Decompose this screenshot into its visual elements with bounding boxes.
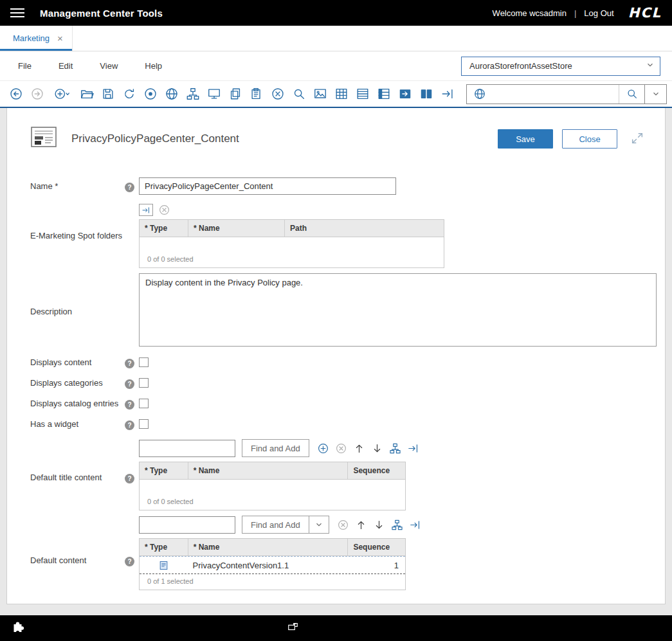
move-up-button[interactable] xyxy=(355,519,367,531)
new-button[interactable] xyxy=(48,83,76,105)
column-header-name[interactable]: * Name xyxy=(188,220,284,237)
save-toolbar-button[interactable] xyxy=(97,83,118,105)
open-selected-button[interactable] xyxy=(409,519,421,531)
open-selected-button[interactable] xyxy=(407,442,419,455)
displays-content-checkbox[interactable] xyxy=(139,357,149,367)
record-icon xyxy=(143,87,158,101)
arrow-to-bracket-icon xyxy=(141,206,150,215)
column-header-type[interactable]: * Type xyxy=(140,539,188,555)
column-header-name[interactable]: * Name xyxy=(188,539,348,555)
help-icon[interactable]: ? xyxy=(125,474,134,483)
column-view-button[interactable] xyxy=(373,83,394,105)
displays-catalog-entries-checkbox[interactable] xyxy=(139,399,149,408)
column-header-sequence[interactable]: Sequence xyxy=(347,539,405,555)
tab-marketing[interactable]: Marketing × xyxy=(0,26,73,51)
help-icon[interactable]: ? xyxy=(125,557,134,566)
logout-link[interactable]: Log Out xyxy=(584,8,613,18)
help-icon[interactable]: ? xyxy=(125,359,134,368)
search-options-dropdown-button[interactable] xyxy=(644,85,666,104)
record-button[interactable] xyxy=(140,83,161,105)
swap-panel-button[interactable] xyxy=(394,83,415,105)
split-view-button[interactable] xyxy=(415,83,437,105)
help-icon[interactable]: ? xyxy=(125,420,134,430)
find-button[interactable] xyxy=(288,83,309,105)
x-circle-icon xyxy=(271,87,285,101)
main-toolbar xyxy=(0,80,672,108)
column-header-type[interactable]: * Type xyxy=(140,462,188,479)
menu-file[interactable]: File xyxy=(12,57,45,75)
help-icon[interactable]: ? xyxy=(125,379,134,389)
emspot-folders-row: E-Marketing Spot folders * Type xyxy=(7,204,665,268)
content-sequence-cell: 1 xyxy=(347,561,405,570)
hierarchy-button[interactable] xyxy=(182,83,203,105)
top-app-bar: Management Center Tools Welcome wcsadmin… xyxy=(0,0,672,26)
find-and-add-dropdown-button[interactable] xyxy=(309,516,329,534)
displays-content-label: Displays content xyxy=(30,357,125,367)
web-activity-button[interactable] xyxy=(161,83,182,105)
close-button[interactable]: Close xyxy=(562,129,617,149)
expand-panel-button[interactable] xyxy=(630,131,644,147)
table-header-row: * Type * Name Sequence xyxy=(140,462,405,480)
grid-view-button[interactable] xyxy=(331,83,352,105)
arrow-down-icon xyxy=(373,519,385,531)
save-button[interactable]: Save xyxy=(498,129,553,149)
tab-close-icon[interactable]: × xyxy=(57,33,63,43)
back-button[interactable] xyxy=(5,83,26,105)
store-selector-dropdown[interactable]: AuroraStorefrontAssetStore xyxy=(461,57,660,76)
tab-marketing-label: Marketing xyxy=(13,33,50,43)
delete-button[interactable] xyxy=(267,83,288,105)
menu-edit[interactable]: Edit xyxy=(45,57,86,75)
copy-button[interactable] xyxy=(224,83,246,105)
magnifier-icon xyxy=(626,87,639,100)
refresh-button[interactable] xyxy=(118,83,140,105)
globe-icon xyxy=(473,87,486,100)
move-up-button[interactable] xyxy=(353,442,365,455)
open-folder-button[interactable] xyxy=(76,83,97,105)
default-title-search-input[interactable] xyxy=(139,440,235,457)
toolbar-search-input[interactable] xyxy=(493,85,619,104)
column-header-name[interactable]: * Name xyxy=(188,462,348,479)
column-header-type[interactable]: * Type xyxy=(140,220,188,237)
help-icon[interactable]: ? xyxy=(125,183,134,192)
image-preview-button[interactable] xyxy=(309,83,331,105)
preview-display-button[interactable] xyxy=(203,83,224,105)
help-icon[interactable]: ? xyxy=(125,400,134,410)
default-content-find-and-add-button[interactable]: Find and Add xyxy=(242,516,309,534)
default-title-find-and-add-button[interactable]: Find and Add xyxy=(242,439,309,457)
description-row: Description Display content in the Priva… xyxy=(7,273,665,349)
table-row[interactable]: PrivacyContentVersion1.1 1 xyxy=(140,556,405,574)
default-content-search-input[interactable] xyxy=(139,516,235,534)
show-hierarchy-button[interactable] xyxy=(389,442,401,455)
name-input[interactable] xyxy=(139,177,396,195)
x-circle-icon xyxy=(335,442,347,455)
emspot-open-button[interactable] xyxy=(139,204,153,216)
displays-categories-checkbox[interactable] xyxy=(139,378,149,388)
search-scope-globe-button[interactable] xyxy=(467,85,493,104)
open-in-panel-button[interactable] xyxy=(437,83,458,105)
store-selector-value: AuroraStorefrontAssetStore xyxy=(469,61,572,71)
list-view-button[interactable] xyxy=(352,83,373,105)
forward-button[interactable] xyxy=(26,83,48,105)
paste-button[interactable] xyxy=(246,83,267,105)
hamburger-menu-icon[interactable] xyxy=(10,6,24,20)
menu-help[interactable]: Help xyxy=(131,57,176,75)
welcome-user-label: Welcome wcsadmin xyxy=(493,8,567,18)
extensions-button[interactable] xyxy=(10,620,26,637)
arrow-up-icon xyxy=(353,442,365,455)
menu-view[interactable]: View xyxy=(86,57,131,75)
move-down-button[interactable] xyxy=(373,519,385,531)
console-window-button[interactable] xyxy=(287,621,299,635)
remove-item-button[interactable] xyxy=(335,442,347,455)
move-down-button[interactable] xyxy=(371,442,383,455)
column-table-icon xyxy=(377,87,391,101)
has-widget-checkbox[interactable] xyxy=(139,419,149,429)
add-item-button[interactable] xyxy=(317,442,329,455)
column-header-path[interactable]: Path xyxy=(284,220,444,237)
description-textarea[interactable]: Display content in the Privacy Policy pa… xyxy=(139,273,657,347)
x-circle-icon xyxy=(337,519,349,531)
column-header-sequence[interactable]: Sequence xyxy=(347,462,405,479)
search-submit-button[interactable] xyxy=(619,85,644,104)
remove-item-button[interactable] xyxy=(337,519,349,531)
emspot-remove-button[interactable] xyxy=(158,204,170,216)
show-hierarchy-button[interactable] xyxy=(391,519,403,531)
